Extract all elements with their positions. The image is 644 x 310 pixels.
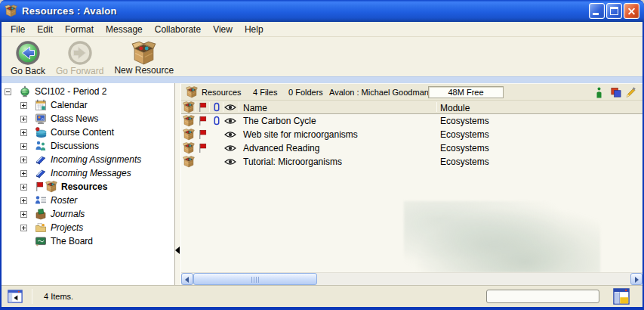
expand-toggle-icon[interactable]: [20, 116, 27, 122]
eye-icon: [224, 158, 236, 166]
tree-item-roster[interactable]: Roster: [20, 194, 77, 207]
tree-item-course-content[interactable]: Course Content: [20, 126, 114, 139]
resource-name[interactable]: The Carbon Cycle: [243, 114, 316, 128]
list-row[interactable]: The Carbon Cycle Ecosystems: [181, 114, 642, 128]
expand-toggle-icon[interactable]: [20, 102, 27, 109]
book-icon: [35, 167, 47, 179]
expand-toggle-icon[interactable]: [20, 197, 27, 204]
people-icon: [35, 140, 47, 152]
minimize-icon: [593, 13, 599, 15]
scroll-left-button[interactable]: [181, 273, 193, 285]
owner-label: Avalon : Michael Goodman: [329, 88, 429, 97]
column-header-name[interactable]: Name: [243, 101, 267, 115]
menu-format[interactable]: Format: [59, 23, 100, 36]
books-icon: [35, 126, 47, 138]
crate-icon: [45, 181, 57, 193]
menu-edit[interactable]: Edit: [31, 23, 59, 36]
column-header-module[interactable]: Module: [440, 101, 470, 115]
panel-splitter[interactable]: [175, 83, 181, 285]
free-space-indicator: 48M Free: [428, 86, 504, 98]
flag-column-icon[interactable]: [198, 102, 207, 113]
menu-message[interactable]: Message: [100, 23, 149, 36]
person-icon[interactable]: [593, 87, 605, 98]
tree-root-sci102[interactable]: SCI102 - Period 2: [5, 85, 106, 98]
tree-item-the-board[interactable]: The Board: [20, 234, 93, 248]
crate-icon: [183, 156, 195, 168]
resource-module: Ecosystems: [440, 114, 489, 128]
go-back-button[interactable]: Go Back: [8, 39, 48, 76]
eye-icon: [224, 117, 236, 125]
new-resource-label: New Resource: [114, 65, 174, 76]
expand-toggle-icon[interactable]: [20, 129, 27, 136]
minimize-button[interactable]: [589, 3, 605, 19]
crate-icon: [183, 115, 195, 127]
free-space-label: 48M Free: [448, 88, 483, 97]
expand-toggle-icon[interactable]: [20, 211, 27, 218]
thumb-grip-icon: [251, 277, 259, 283]
tree-item-class-news[interactable]: Class News: [20, 112, 98, 126]
eye-icon: [224, 131, 236, 138]
class-icon: [19, 85, 31, 98]
tree-item-journals[interactable]: Journals: [20, 207, 85, 221]
go-forward-button: Go Forward: [53, 39, 106, 76]
resource-module: Ecosystems: [440, 128, 489, 141]
toolbar: Go Back Go Forward New Resource: [2, 37, 642, 76]
crate-icon: [186, 86, 198, 98]
tree-item-incoming-messages[interactable]: Incoming Messages: [20, 166, 131, 180]
resource-list: The Carbon Cycle Ecosystems Web site for…: [181, 114, 642, 272]
tree-item-resources[interactable]: Resources: [20, 180, 107, 194]
titlebar[interactable]: Resources : Avalon: [0, 0, 644, 22]
expand-toggle-icon[interactable]: [20, 157, 27, 163]
menu-collaborate[interactable]: Collaborate: [149, 23, 207, 36]
arrow-left-icon: [185, 277, 189, 283]
layers-icon[interactable]: [610, 87, 621, 98]
eye-icon: [224, 144, 236, 152]
resource-name[interactable]: Advanced Reading: [243, 141, 319, 155]
tree-item-discussions[interactable]: Discussions: [20, 139, 99, 153]
scrollbar-thumb[interactable]: [193, 273, 317, 285]
crate-icon: [183, 142, 195, 154]
tree-root-label: SCI102 - Period 2: [35, 86, 106, 97]
panel-toggle-icon[interactable]: [8, 290, 23, 303]
list-row[interactable]: Tutorial: Microorganisms Ecosystems: [181, 155, 642, 169]
app-icon: [5, 5, 17, 17]
expand-toggle-icon[interactable]: [20, 184, 27, 191]
tree-item-calendar[interactable]: Calendar: [20, 98, 88, 112]
menu-view[interactable]: View: [207, 23, 239, 36]
new-resource-button[interactable]: New Resource: [111, 39, 177, 76]
visibility-column-icon[interactable]: [224, 104, 236, 111]
menu-file[interactable]: File: [5, 23, 31, 36]
flag-icon: [198, 116, 207, 126]
flag-icon: [198, 143, 207, 153]
pencil-icon[interactable]: [625, 87, 636, 98]
resource-name[interactable]: Web site for microorganisms: [243, 128, 358, 141]
horizontal-scrollbar[interactable]: [181, 272, 642, 285]
list-row[interactable]: Advanced Reading Ecosystems: [181, 141, 642, 155]
list-row[interactable]: Web site for microorganisms Ecosystems: [181, 128, 642, 141]
expand-toggle-icon[interactable]: [20, 170, 27, 177]
calendar-icon: [35, 99, 47, 111]
journal-icon: [35, 208, 47, 220]
close-button[interactable]: [624, 3, 639, 19]
status-progress-well: [486, 290, 599, 303]
window-controls: [589, 3, 639, 19]
splitter-collapse-icon[interactable]: [175, 246, 180, 254]
window-layout-icon[interactable]: [613, 288, 630, 305]
tree-item-projects[interactable]: Projects: [20, 221, 83, 234]
crate-column-icon[interactable]: [183, 101, 195, 113]
maximize-button[interactable]: [606, 3, 622, 19]
collapse-toggle-icon[interactable]: [5, 88, 11, 95]
resource-name[interactable]: Tutorial: Microorganisms: [243, 155, 342, 169]
new-resource-icon: [131, 41, 156, 66]
go-forward-icon: [66, 39, 94, 67]
folder-icon: [35, 222, 47, 234]
expand-toggle-icon[interactable]: [20, 225, 27, 231]
flag-icon: [198, 129, 207, 140]
background-watermark: [404, 201, 600, 273]
tree-item-incoming-assignments[interactable]: Incoming Assignments: [20, 153, 141, 166]
menu-help[interactable]: Help: [239, 23, 270, 36]
scroll-right-button[interactable]: [630, 273, 642, 285]
menubar: File Edit Format Message Collaborate Vie…: [2, 22, 642, 37]
expand-toggle-icon[interactable]: [20, 143, 27, 150]
attachment-column-icon[interactable]: [213, 102, 220, 113]
